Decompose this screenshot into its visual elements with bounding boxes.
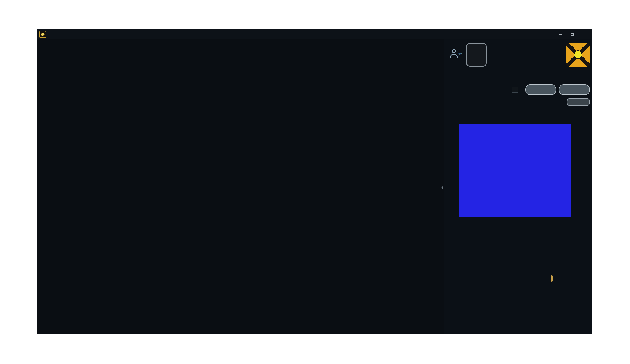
brand-row: ⇄ [444,43,592,67]
user-icon: ⇄ [448,49,460,60]
camera-panel-2 [238,39,438,334]
enable-stats-checkbox[interactable] [512,87,518,93]
close-button[interactable] [582,32,587,37]
log-scrollbar-thumb[interactable] [551,275,553,282]
heatmap-plot[interactable] [459,124,571,217]
maximize-button[interactable] [570,32,575,37]
stats-settings-row [444,98,592,106]
app-logo-icon [39,31,46,38]
heatmap-y-axis [444,124,459,217]
window-controls [558,32,592,37]
history-data-button[interactable] [559,84,590,95]
splitter-handle[interactable] [441,186,443,189]
app-window: ⇄ [37,29,592,334]
heatmap-block [444,123,592,217]
minimize-button[interactable] [558,32,563,37]
title-bar [37,29,592,39]
stats-row [444,84,592,95]
user-button[interactable]: ⇄ [446,49,462,61]
camera-panel-1 [37,39,238,334]
right-panel: ⇄ [444,39,592,334]
brand-badge [466,43,487,67]
stats-settings-button[interactable] [567,98,590,106]
company-sun-logo-icon [566,43,590,67]
stats-clear-button[interactable] [525,84,556,95]
